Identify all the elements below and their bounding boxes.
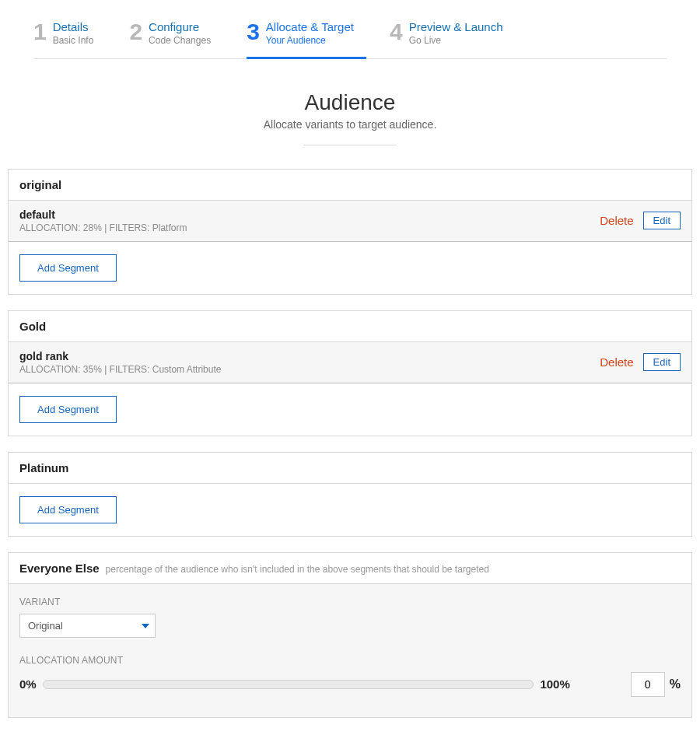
step-number: 2 xyxy=(129,20,142,44)
step-subtitle: Code Changes xyxy=(149,35,211,46)
variant-name: Platinum xyxy=(9,453,691,484)
segment-row: gold rank ALLOCATION: 35% | FILTERS: Cus… xyxy=(9,342,691,383)
delete-link[interactable]: Delete xyxy=(600,214,633,227)
everyone-title: Everyone Else xyxy=(19,562,100,575)
step-title: Allocate & Target xyxy=(266,20,354,35)
allocation-input[interactable] xyxy=(631,672,665,697)
segment-meta: ALLOCATION: 28% | FILTERS: Platform xyxy=(19,222,187,233)
percent-label: % xyxy=(670,677,681,691)
add-segment-button[interactable]: Add Segment xyxy=(19,496,117,523)
step-subtitle: Basic Info xyxy=(53,35,94,46)
variant-name: Gold xyxy=(9,311,691,342)
variant-panel-original: original default ALLOCATION: 28% | FILTE… xyxy=(8,169,692,295)
step-subtitle: Your Audience xyxy=(266,35,354,46)
segment-name: gold rank xyxy=(19,350,221,362)
add-segment-button[interactable]: Add Segment xyxy=(19,396,117,423)
variant-panel-platinum: Platinum Add Segment xyxy=(8,452,692,537)
variant-label: VARIANT xyxy=(19,597,681,607)
step-subtitle: Go Live xyxy=(409,35,503,46)
everyone-hint: percentage of the audience who isn't inc… xyxy=(106,564,489,575)
step-number: 4 xyxy=(390,20,403,44)
segment-name: default xyxy=(19,208,187,221)
step-title: Preview & Launch xyxy=(409,20,503,35)
page-heading: Audience Allocate variants to target aud… xyxy=(0,90,700,145)
variant-name: original xyxy=(9,170,691,201)
allocation-slider[interactable] xyxy=(43,680,534,689)
step-allocate-target[interactable]: 3 Allocate & Target Your Audience xyxy=(247,16,366,59)
variant-select[interactable]: Original xyxy=(19,614,156,638)
allocation-label: ALLOCATION AMOUNT xyxy=(19,655,681,666)
slider-max-label: 100% xyxy=(540,677,569,691)
step-preview-launch[interactable]: 4 Preview & Launch Go Live xyxy=(390,16,516,58)
variant-panel-gold: Gold gold rank ALLOCATION: 35% | FILTERS… xyxy=(8,310,692,436)
step-number: 3 xyxy=(247,20,260,44)
page-title: Audience xyxy=(0,90,700,115)
step-title: Configure xyxy=(149,20,211,35)
step-configure[interactable]: 2 Configure Code Changes xyxy=(129,16,223,58)
step-details[interactable]: 1 Details Basic Info xyxy=(33,16,106,58)
step-title: Details xyxy=(53,20,94,35)
edit-button[interactable]: Edit xyxy=(643,353,681,371)
wizard-steps: 1 Details Basic Info 2 Configure Code Ch… xyxy=(33,16,667,59)
add-segment-button[interactable]: Add Segment xyxy=(19,254,117,282)
segment-row: default ALLOCATION: 28% | FILTERS: Platf… xyxy=(9,201,691,242)
page-subtitle: Allocate variants to target audience. xyxy=(0,118,700,131)
content: original default ALLOCATION: 28% | FILTE… xyxy=(8,169,692,718)
heading-divider xyxy=(303,145,397,145)
step-number: 1 xyxy=(33,20,47,44)
segment-meta: ALLOCATION: 35% | FILTERS: Custom Attrib… xyxy=(19,364,221,375)
slider-min-label: 0% xyxy=(19,677,37,691)
everyone-else-panel: Everyone Else percentage of the audience… xyxy=(8,552,692,718)
edit-button[interactable]: Edit xyxy=(643,212,681,229)
delete-link[interactable]: Delete xyxy=(600,355,633,369)
